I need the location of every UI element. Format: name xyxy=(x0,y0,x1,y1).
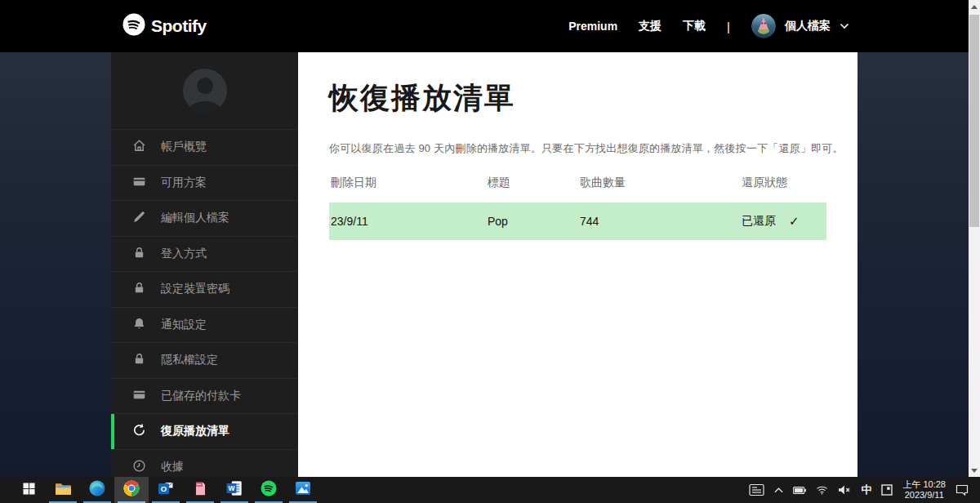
sidebar-item-edit-profile[interactable]: 編輯個人檔案 xyxy=(111,200,298,236)
cell-title: Pop xyxy=(488,215,580,228)
profile-label: 個人檔案 xyxy=(785,19,831,33)
chevron-down-icon xyxy=(840,23,849,29)
sidebar-item-notification-settings[interactable]: 通知設定 xyxy=(111,307,298,343)
brand-name: Spotify xyxy=(151,16,207,36)
wifi-icon[interactable] xyxy=(816,485,828,495)
nav-link-support[interactable]: 支援 xyxy=(639,19,662,33)
avatar-placeholder[interactable] xyxy=(183,69,227,113)
nav-link-premium[interactable]: Premium xyxy=(568,20,617,33)
edge-icon xyxy=(89,480,105,500)
vertical-scrollbar xyxy=(969,0,980,477)
header-restore-status: 還原狀態 xyxy=(742,176,825,190)
nav-link-download[interactable]: 下載 xyxy=(683,19,706,33)
clock-time: 上午 10:28 xyxy=(902,479,946,489)
action-center-icon[interactable] xyxy=(956,484,969,496)
pencil-icon xyxy=(132,210,146,226)
scrollbar-thumb[interactable] xyxy=(969,15,979,227)
word-icon: W xyxy=(226,480,243,500)
sidebar-item-label: 登入方式 xyxy=(161,247,207,261)
outlook-icon: O xyxy=(158,480,174,500)
pink-document-icon xyxy=(194,481,207,500)
taskbar-spotify[interactable] xyxy=(252,477,286,503)
windows-logo-icon xyxy=(23,483,35,498)
sidebar-item-sign-in-methods[interactable]: 登入方式 xyxy=(111,236,298,272)
taskbar-photos[interactable] xyxy=(286,477,320,503)
system-tray: 中 上午 10:28 2023/9/11 xyxy=(749,477,980,503)
taskbar-pink-document[interactable] xyxy=(183,477,217,503)
battery-icon[interactable] xyxy=(793,487,806,494)
deleted-playlists-table: 刪除日期 標題 歌曲數量 還原狀態 23/9/11 Pop 744 已還原 ✓ xyxy=(329,172,826,240)
sidebar-item-label: 設定裝置密碼 xyxy=(161,282,229,296)
restore-icon xyxy=(132,423,146,439)
cell-song-count: 744 xyxy=(580,215,742,228)
spotify-logo[interactable]: Spotify xyxy=(122,0,207,52)
sidebar-item-saved-payment-cards[interactable]: 已儲存的付款卡 xyxy=(111,378,298,414)
cell-restore-status: 已還原 ✓ xyxy=(742,214,825,229)
credit-card-icon xyxy=(132,175,146,191)
spotify-icon xyxy=(261,480,277,500)
taskbar-outlook[interactable]: O xyxy=(149,477,183,503)
top-navbar: Spotify Premium 支援 下載 | xyxy=(0,0,969,52)
sidebar-item-privacy-settings[interactable]: 隱私權設定 xyxy=(111,342,298,378)
sidebar-item-receipts[interactable]: 收據 xyxy=(111,449,298,478)
news-icon[interactable] xyxy=(749,483,764,496)
chevron-up-icon[interactable] xyxy=(774,487,783,493)
header-song-count: 歌曲數量 xyxy=(580,176,742,190)
photos-icon xyxy=(295,480,311,500)
profile-menu-button[interactable]: 個人檔案 xyxy=(751,14,849,38)
volume-muted-icon[interactable] xyxy=(838,485,851,495)
nav-divider: | xyxy=(727,20,730,33)
ime-language-indicator[interactable]: 中 xyxy=(861,483,871,497)
chrome-icon xyxy=(123,480,140,500)
sidebar-item-label: 編輯個人檔案 xyxy=(161,211,229,225)
taskbar-word[interactable]: W xyxy=(217,477,252,503)
page-title: 恢復播放清單 xyxy=(329,80,826,115)
table-row: 23/9/11 Pop 744 已還原 ✓ xyxy=(329,203,826,240)
check-icon: ✓ xyxy=(789,214,800,229)
scrollbar-up-arrow[interactable] xyxy=(969,0,980,13)
sidebar-item-restore-playlists[interactable]: 復原播放清單 xyxy=(111,413,298,449)
avatar-head-silhouette xyxy=(197,78,213,94)
sidebar-item-available-plans[interactable]: 可用方案 xyxy=(111,165,298,201)
svg-text:O: O xyxy=(161,484,167,493)
table-header-row: 刪除日期 標題 歌曲數量 還原狀態 xyxy=(329,172,826,203)
header-deleted-date: 刪除日期 xyxy=(331,176,488,190)
cell-deleted-date: 23/9/11 xyxy=(331,215,488,228)
taskbar-file-explorer[interactable] xyxy=(46,477,80,503)
sidebar-avatar-block xyxy=(111,52,298,129)
home-icon xyxy=(132,139,146,155)
spotify-logo-icon xyxy=(122,13,145,39)
sidebar-item-device-password[interactable]: 設定裝置密碼 xyxy=(111,271,298,307)
account-sidebar: 帳戶概覽 可用方案 編輯個人檔案 登入方式 設定裝置密碼 通知設定 隱私權設定 … xyxy=(111,52,298,477)
header-title: 標題 xyxy=(488,176,580,190)
sidebar-item-label: 已儲存的付款卡 xyxy=(161,389,241,403)
taskbar-clock[interactable]: 上午 10:28 2023/9/11 xyxy=(902,479,946,501)
status-text: 已還原 xyxy=(742,214,776,229)
sidebar-item-label: 可用方案 xyxy=(161,176,207,190)
sidebar-item-label: 復原播放清單 xyxy=(161,424,229,438)
ime-mode-icon[interactable] xyxy=(881,484,893,496)
credit-card-icon xyxy=(132,388,146,404)
sidebar-item-label: 收據 xyxy=(161,460,184,474)
start-button[interactable] xyxy=(11,477,46,503)
svg-text:W: W xyxy=(228,484,235,492)
taskbar-chrome[interactable] xyxy=(114,477,149,503)
avatar-shoulders-silhouette xyxy=(189,101,221,113)
taskbar-edge[interactable] xyxy=(80,477,114,503)
sidebar-item-account-overview[interactable]: 帳戶概覽 xyxy=(111,129,298,165)
windows-taskbar: O W 中 上午 10:28 2023/9/11 xyxy=(0,477,980,503)
nav-links: Premium 支援 下載 | xyxy=(568,0,849,52)
lock-icon xyxy=(132,281,146,297)
lock-icon xyxy=(132,352,146,368)
sidebar-item-label: 帳戶概覽 xyxy=(161,140,207,154)
scrollbar-down-arrow[interactable] xyxy=(969,464,980,477)
bell-icon xyxy=(132,317,146,333)
page-description: 你可以復原在過去 90 天內刪除的播放清單。只要在下方找出想復原的播放清單，然後… xyxy=(329,141,826,156)
avatar xyxy=(751,14,776,38)
taskbar-apps: O W xyxy=(0,477,320,503)
file-explorer-icon xyxy=(55,481,72,500)
main-content: 恢復播放清單 你可以復原在過去 90 天內刪除的播放清單。只要在下方找出想復原的… xyxy=(298,52,858,477)
sidebar-item-label: 隱私權設定 xyxy=(161,353,218,367)
receipt-clock-icon xyxy=(132,459,146,475)
clock-date: 2023/9/11 xyxy=(905,490,944,500)
